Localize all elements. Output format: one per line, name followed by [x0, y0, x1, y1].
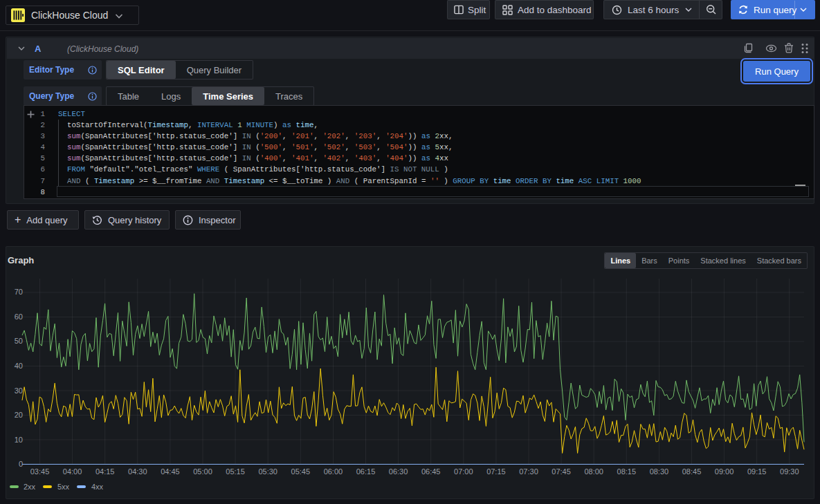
svg-text:07:30: 07:30	[519, 467, 538, 476]
svg-text:04:45: 04:45	[161, 467, 180, 476]
svg-text:06:45: 06:45	[421, 467, 441, 476]
svg-text:30: 30	[15, 386, 23, 395]
svg-text:04:15: 04:15	[95, 467, 115, 476]
svg-text:10: 10	[15, 436, 23, 444]
svg-text:06:15: 06:15	[356, 467, 376, 476]
svg-text:06:00: 06:00	[324, 467, 343, 476]
svg-text:09:30: 09:30	[780, 467, 799, 476]
svg-text:40: 40	[15, 362, 23, 370]
svg-text:20: 20	[15, 411, 23, 419]
svg-text:08:30: 08:30	[650, 467, 669, 476]
svg-text:08:15: 08:15	[617, 467, 637, 476]
svg-text:07:00: 07:00	[454, 467, 473, 476]
svg-text:60: 60	[15, 312, 23, 321]
svg-text:07:45: 07:45	[552, 467, 571, 476]
svg-text:05:15: 05:15	[226, 467, 245, 476]
svg-text:09:15: 09:15	[747, 467, 767, 476]
svg-text:4xx: 4xx	[91, 483, 104, 491]
svg-text:05:00: 05:00	[193, 467, 212, 476]
svg-text:04:00: 04:00	[63, 467, 82, 476]
svg-text:08:45: 08:45	[682, 467, 702, 476]
svg-text:06:30: 06:30	[389, 467, 408, 476]
svg-text:2xx: 2xx	[24, 483, 36, 491]
svg-text:08:00: 08:00	[584, 467, 603, 476]
svg-text:05:30: 05:30	[258, 467, 277, 476]
svg-text:04:30: 04:30	[128, 467, 147, 476]
svg-text:09:00: 09:00	[715, 467, 734, 476]
svg-text:50: 50	[15, 337, 23, 345]
svg-text:03:45: 03:45	[30, 467, 50, 476]
svg-text:07:15: 07:15	[486, 467, 506, 476]
svg-text:5xx: 5xx	[57, 483, 70, 491]
svg-text:05:45: 05:45	[291, 467, 311, 476]
svg-text:70: 70	[15, 288, 23, 296]
